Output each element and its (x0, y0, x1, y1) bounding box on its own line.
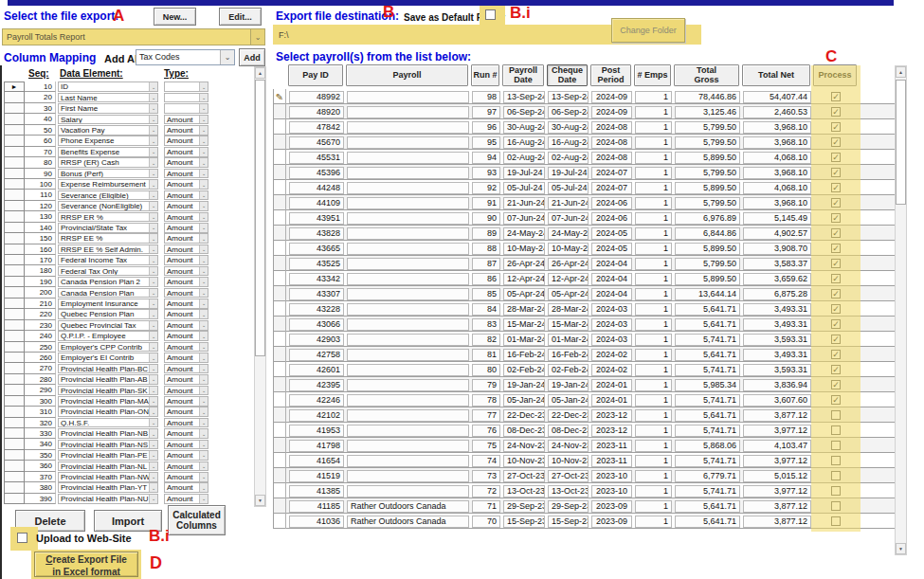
type-select[interactable]: Amount⌄ (164, 223, 208, 233)
mapping-row[interactable]: 150RRSP EE %⌄Amount⌄ (4, 233, 208, 244)
payroll-row[interactable]: 41185Rather Outdoors Canada7129-Sep-2329… (274, 498, 895, 514)
type-select[interactable]: ⌄ (164, 93, 208, 103)
record-selector[interactable] (4, 494, 25, 504)
type-select[interactable]: Amount⌄ (164, 244, 208, 255)
chevron-down-icon[interactable]: ⌄ (149, 419, 157, 427)
payroll-row[interactable]: 441099121-Jun-2421-Jun-242024-0615,799.5… (274, 195, 895, 210)
record-selector[interactable] (274, 392, 286, 407)
record-selector[interactable] (274, 286, 286, 301)
record-selector[interactable] (4, 201, 25, 211)
record-selector[interactable] (274, 438, 286, 453)
type-select[interactable]: Amount⌄ (164, 179, 208, 190)
record-selector[interactable] (4, 482, 25, 493)
process-checkbox[interactable]: ✓ (831, 122, 841, 132)
data-element-select[interactable]: Q.P.I.P. - Employee⌄ (58, 331, 158, 341)
chevron-down-icon[interactable]: ⌄ (149, 202, 157, 210)
process-checkbox[interactable]: ✓ (831, 380, 841, 389)
record-selector[interactable] (274, 423, 286, 438)
data-element-select[interactable]: Federal Tax Only⌄ (58, 266, 158, 277)
process-checkbox[interactable]: ✓ (831, 137, 841, 147)
chevron-down-icon[interactable]: ⌄ (149, 387, 157, 395)
save-default-folder-checkbox[interactable] (485, 9, 496, 20)
chevron-down-icon[interactable]: ⌄ (199, 256, 208, 264)
chevron-down-icon[interactable]: ⌄ (149, 429, 157, 438)
process-checkbox[interactable]: ✓ (831, 183, 841, 192)
column-header[interactable]: Payroll (346, 64, 468, 86)
data-element-select[interactable]: Provincial Health Plan-BC⌄ (58, 364, 158, 374)
chevron-down-icon[interactable]: ⌄ (199, 267, 208, 276)
chevron-down-icon[interactable]: ⌄ (149, 213, 157, 222)
process-cell[interactable]: ✓ (814, 213, 858, 223)
data-element-select[interactable]: Provincial Health Plan-NU⌄ (58, 494, 158, 504)
type-select[interactable]: Amount⌄ (164, 342, 208, 353)
mapping-row[interactable]: 100Expense Reimbursement⌄Amount⌄ (4, 179, 208, 190)
type-select[interactable]: Amount⌄ (164, 136, 208, 146)
scroll-up-icon[interactable]: ▲ (896, 66, 906, 78)
mapping-row[interactable]: 390Provincial Health Plan-NU⌄Amount⌄ (4, 494, 208, 504)
process-checkbox[interactable] (831, 410, 841, 420)
type-select[interactable]: Amount⌄ (164, 309, 208, 319)
process-checkbox[interactable]: ✓ (831, 198, 841, 208)
record-selector[interactable] (274, 377, 286, 392)
chevron-down-icon[interactable]: ⌄ (149, 116, 157, 124)
chevron-down-icon[interactable]: ⌄ (199, 387, 208, 395)
process-checkbox[interactable]: ✓ (831, 350, 841, 359)
chevron-down-icon[interactable]: ⌄ (199, 441, 208, 449)
mapping-row[interactable]: 80RRSP (ER) Cash⌄Amount⌄ (4, 157, 208, 168)
mapping-row[interactable]: 320Q.H.S.F.⌄Amount⌄ (4, 418, 208, 428)
process-checkbox[interactable] (831, 471, 841, 480)
data-element-select[interactable]: Canada Pension Plan 2⌄ (58, 277, 158, 287)
type-select[interactable]: Amount⌄ (164, 494, 208, 504)
mapping-row[interactable]: 370Provincial Health Plan-NW⌄Amount⌄ (4, 472, 208, 482)
chevron-down-icon[interactable]: ⌄ (199, 224, 208, 232)
mapping-row[interactable]: 280Provincial Health Plan-AB⌄Amount⌄ (4, 374, 208, 385)
record-selector[interactable] (4, 385, 25, 395)
type-select[interactable]: Amount⌄ (164, 396, 208, 407)
payroll-scrollbar[interactable]: ▲ ▼ (895, 65, 907, 555)
process-checkbox[interactable] (831, 425, 841, 435)
record-selector[interactable] (4, 179, 25, 190)
column-header[interactable]: Run # (471, 64, 499, 86)
record-selector[interactable] (4, 363, 25, 373)
process-checkbox[interactable] (831, 456, 841, 465)
chevron-down-icon[interactable]: ⌄ (199, 278, 208, 286)
chevron-down-icon[interactable]: ⌄ (149, 170, 157, 178)
mapping-row[interactable]: 50Vacation Pay⌄Amount⌄ (4, 125, 208, 136)
record-selector[interactable] (274, 453, 286, 468)
chevron-down-icon[interactable]: ⌄ (199, 299, 208, 308)
type-select[interactable]: Amount⌄ (164, 428, 208, 439)
chevron-down-icon[interactable]: ⌄ (149, 473, 157, 481)
data-element-select[interactable]: Last Name⌄ (58, 93, 158, 103)
chevron-down-icon[interactable]: ⌄ (149, 407, 157, 416)
process-checkbox[interactable]: ✓ (831, 274, 841, 283)
payroll-row[interactable]: 456709516-Aug-2416-Aug-242024-0815,799.5… (274, 135, 895, 150)
chevron-down-icon[interactable]: ⌄ (199, 94, 208, 102)
data-element-select[interactable]: Provincial/State Tax⌄ (58, 223, 158, 233)
data-element-select[interactable]: RRSP ER %⌄ (58, 212, 158, 223)
payroll-row[interactable]: 433428612-Apr-2412-Apr-242024-0415,899.5… (274, 271, 895, 286)
chevron-down-icon[interactable]: ⌄ (149, 256, 157, 264)
payroll-row[interactable]: 427588116-Feb-2416-Feb-242024-0215,641.7… (274, 347, 895, 362)
type-select[interactable]: Amount⌄ (164, 255, 208, 265)
record-selector[interactable] (274, 104, 286, 119)
chevron-down-icon[interactable]: ⌄ (199, 126, 208, 135)
type-select[interactable]: Amount⌄ (164, 450, 208, 461)
mapping-row[interactable]: 290Provincial Health Plan-SK⌄Amount⌄ (4, 385, 208, 395)
record-selector[interactable] (274, 150, 286, 165)
data-element-select[interactable]: Provincial Health Plan-NB⌄ (58, 428, 158, 439)
process-cell[interactable]: ✓ (814, 168, 858, 177)
record-selector[interactable]: ► (4, 81, 25, 92)
process-cell[interactable] (814, 516, 858, 526)
record-selector[interactable] (4, 299, 25, 309)
mapping-row[interactable]: 40Salary⌄Amount⌄ (4, 114, 208, 124)
chevron-down-icon[interactable]: ⌄ (199, 234, 208, 243)
record-selector[interactable] (4, 157, 25, 168)
process-cell[interactable]: ✓ (814, 365, 858, 374)
record-selector[interactable] (4, 472, 25, 482)
column-header[interactable]: Post Period (590, 64, 631, 86)
payroll-row[interactable]: 489209706-Sep-2406-Sep-242024-0913,125.4… (274, 104, 895, 119)
file-export-select[interactable]: Payroll Totals Report ⌄ (2, 28, 265, 45)
chevron-down-icon[interactable]: ⌄ (199, 397, 208, 406)
mapping-row[interactable]: 210Employment Insurance⌄Amount⌄ (4, 299, 208, 309)
process-cell[interactable] (814, 486, 858, 496)
